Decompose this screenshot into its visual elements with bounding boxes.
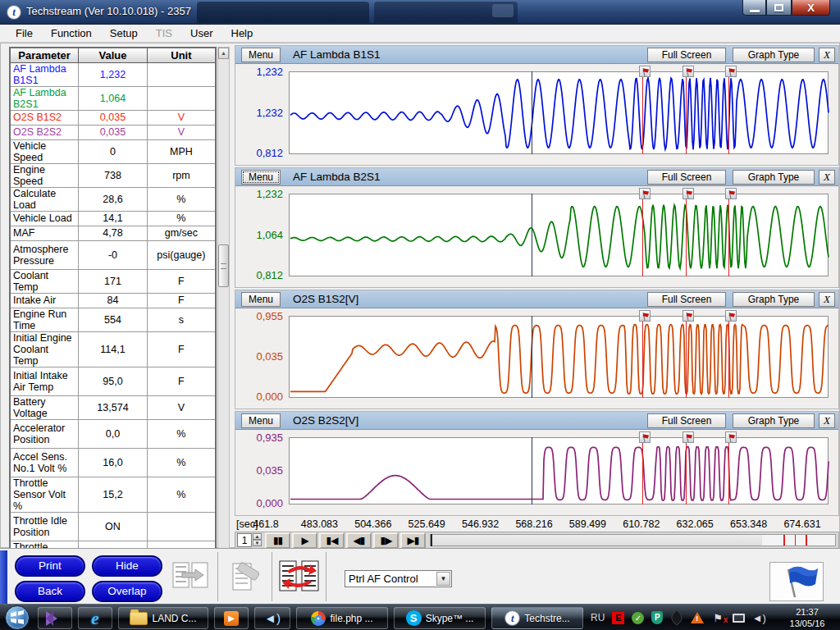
taskbar-chrome-button[interactable]: file.php ... bbox=[296, 607, 388, 629]
graph-close-button[interactable]: X bbox=[819, 170, 835, 185]
menu-item-tis[interactable]: TIS bbox=[147, 25, 181, 41]
full-screen-button[interactable]: Full Screen bbox=[647, 292, 726, 307]
table-row[interactable]: Battery Voltage13,574V bbox=[10, 395, 216, 419]
table-row[interactable]: Intake Air84F bbox=[10, 293, 216, 308]
trigger-flag-icon[interactable] bbox=[725, 66, 737, 77]
column-header-value[interactable]: Value bbox=[79, 48, 148, 62]
table-row[interactable]: AF Lambda B1S11,232 bbox=[10, 62, 216, 86]
table-row[interactable]: Accelerator Position0,0% bbox=[10, 419, 216, 448]
taskbar-media-player-button[interactable]: ▶ bbox=[214, 607, 249, 629]
back-button[interactable]: Back bbox=[15, 581, 85, 602]
tray-speaker-icon[interactable]: ◄) bbox=[752, 611, 765, 624]
table-vertical-scrollbar[interactable]: ▲ ▼ bbox=[217, 47, 230, 581]
trigger-flag-icon[interactable] bbox=[725, 431, 737, 443]
taskbar-clock[interactable]: 21:37 13/05/16 bbox=[781, 606, 833, 629]
step-back-button[interactable]: ◀▮ bbox=[346, 532, 372, 549]
graph-type-button[interactable]: Graph Type bbox=[733, 292, 815, 307]
full-screen-button[interactable]: Full Screen bbox=[647, 170, 726, 185]
table-row[interactable]: Coolant Temp171F bbox=[10, 269, 216, 293]
graph-close-button[interactable]: X bbox=[819, 292, 835, 307]
menu-item-help[interactable]: Help bbox=[222, 25, 262, 41]
tray-warning-icon[interactable]: ! bbox=[691, 612, 704, 623]
copy-list-button[interactable] bbox=[164, 552, 218, 601]
erase-list-button[interactable] bbox=[218, 552, 272, 601]
trigger-flag-icon[interactable] bbox=[639, 66, 651, 77]
table-row[interactable]: Vehicle Speed0MPH bbox=[10, 139, 216, 163]
scroll-up-icon[interactable]: ▲ bbox=[218, 48, 229, 59]
trigger-flag-icon[interactable] bbox=[639, 431, 651, 443]
taskbar-internet-explorer-button[interactable]: e bbox=[78, 607, 112, 629]
trigger-flag-icon[interactable] bbox=[682, 66, 694, 77]
go-to-end-button[interactable]: ▶▮ bbox=[400, 532, 426, 549]
scrollbar-thumb[interactable] bbox=[218, 244, 229, 287]
taskbar-kmplayer-button[interactable] bbox=[38, 607, 72, 629]
swap-lists-button[interactable] bbox=[272, 552, 326, 601]
dropdown-arrow-icon[interactable]: ▼ bbox=[436, 572, 450, 586]
overlap-button[interactable]: Overlap bbox=[92, 581, 162, 602]
table-row[interactable]: Vehicle Load14,1% bbox=[10, 211, 216, 226]
graph-close-button[interactable]: X bbox=[819, 48, 835, 62]
graph-type-button[interactable]: Graph Type bbox=[733, 413, 815, 428]
minimize-button[interactable] bbox=[742, 0, 766, 16]
table-row[interactable]: Initial Intake Air Temp95,0F bbox=[10, 367, 216, 395]
full-screen-button[interactable]: Full Screen bbox=[647, 48, 726, 62]
timeline-position-handle[interactable] bbox=[431, 534, 432, 546]
table-row[interactable]: O2S B1S20,035V bbox=[10, 110, 216, 125]
taskbar-volume-button[interactable]: ◄) bbox=[254, 607, 290, 629]
column-header-unit[interactable]: Unit bbox=[147, 48, 216, 62]
step-forward-button[interactable]: ▮▶ bbox=[373, 532, 399, 549]
trigger-flag-icon[interactable] bbox=[682, 431, 694, 443]
taskbar-techstream-button[interactable]: t Techstre... bbox=[491, 607, 583, 629]
table-row[interactable]: AF Lambda B2S11,064 bbox=[10, 86, 216, 110]
table-row[interactable]: Engine Speed738rpm bbox=[10, 163, 216, 187]
table-row[interactable]: Throttle Sensor Volt %15,2% bbox=[10, 477, 216, 512]
maximize-button[interactable] bbox=[766, 0, 792, 16]
tray-satellite-icon[interactable] bbox=[669, 609, 685, 626]
column-header-parameter[interactable]: Parameter bbox=[10, 48, 79, 62]
trigger-flag-icon[interactable] bbox=[725, 310, 737, 322]
menu-item-file[interactable]: File bbox=[7, 25, 42, 41]
start-button[interactable] bbox=[5, 605, 30, 630]
trigger-flag-icon[interactable] bbox=[682, 188, 694, 199]
time-cursor-line[interactable] bbox=[532, 194, 532, 276]
trigger-flag-icon[interactable] bbox=[639, 310, 651, 322]
graph-type-button[interactable]: Graph Type bbox=[733, 170, 815, 185]
print-button[interactable]: Print bbox=[15, 555, 85, 577]
taskbar-folder-button[interactable]: LAND C... bbox=[118, 607, 208, 629]
table-row[interactable]: Accel Sens. No.1 Volt %16,0% bbox=[10, 448, 216, 477]
table-row[interactable]: Atmosphere Pressure-0psi(gauge) bbox=[10, 240, 216, 269]
hide-button[interactable]: Hide bbox=[92, 555, 162, 577]
graph-menu-button[interactable]: Menu bbox=[241, 292, 281, 307]
tray-network-icon[interactable] bbox=[733, 614, 745, 623]
graph-menu-button[interactable]: Menu bbox=[241, 48, 281, 62]
graph-menu-button[interactable]: Menu bbox=[241, 413, 281, 428]
full-screen-button[interactable]: Full Screen bbox=[647, 413, 726, 428]
graph-close-button[interactable]: X bbox=[819, 413, 835, 428]
frame-step-input[interactable]: 1 bbox=[237, 533, 252, 547]
table-row[interactable]: O2S B2S20,035V bbox=[10, 125, 216, 139]
play-button[interactable]: ▶ bbox=[292, 532, 317, 549]
table-row[interactable]: Engine Run Time554s bbox=[10, 308, 216, 331]
time-cursor-line[interactable] bbox=[532, 316, 532, 398]
flag-button[interactable] bbox=[769, 562, 824, 601]
spin-down-icon[interactable]: ▼ bbox=[253, 540, 262, 546]
taskbar-skype-button[interactable]: S Skype™ ... bbox=[394, 607, 486, 629]
trigger-flag-icon[interactable] bbox=[725, 188, 737, 199]
tray-action-center-flag-icon[interactable]: ⚑x bbox=[711, 611, 724, 624]
menu-item-setup[interactable]: Setup bbox=[101, 25, 147, 41]
tray-shield-icon[interactable]: P bbox=[651, 611, 663, 624]
trigger-flag-icon[interactable] bbox=[639, 188, 651, 199]
table-row[interactable]: Calculate Load28,6% bbox=[10, 187, 216, 211]
close-button[interactable]: X bbox=[792, 0, 830, 16]
time-cursor-line[interactable] bbox=[532, 437, 532, 504]
trigger-flag-icon[interactable] bbox=[682, 310, 694, 322]
go-to-start-button[interactable]: ▮◀ bbox=[319, 532, 345, 549]
timeline-slider[interactable] bbox=[430, 534, 836, 546]
table-row[interactable]: Throttle Idle PositionON bbox=[10, 512, 216, 541]
spin-up-icon[interactable]: ▲ bbox=[253, 533, 262, 540]
time-cursor-line[interactable] bbox=[532, 71, 532, 154]
tray-e-icon[interactable]: E bbox=[612, 612, 624, 624]
pause-button[interactable]: ▮▮ bbox=[265, 532, 290, 549]
tray-antivirus-check-icon[interactable]: ✓ bbox=[632, 612, 644, 624]
data-list-select[interactable]: Ptrl AF Control ▼ bbox=[345, 570, 452, 587]
